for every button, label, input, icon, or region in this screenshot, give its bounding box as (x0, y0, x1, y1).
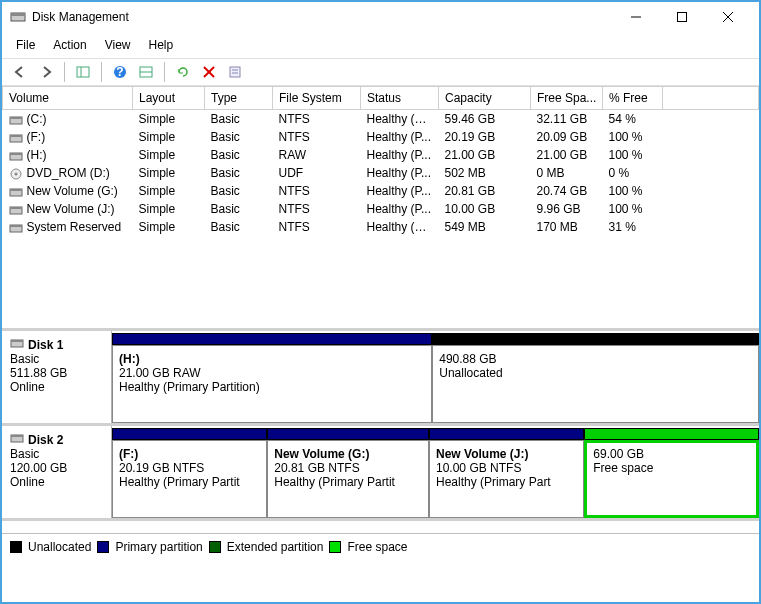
partition-size: 20.19 GB NTFS (119, 461, 260, 475)
menu-view[interactable]: View (97, 34, 139, 56)
vol-fs: NTFS (273, 128, 361, 146)
forward-button[interactable] (34, 61, 58, 83)
disk-state: Online (10, 380, 103, 394)
partition-status: Healthy (Primary Partition) (119, 380, 425, 394)
menu-help[interactable]: Help (141, 34, 182, 56)
disk-management-window: Disk Management File Action View Help ? … (0, 0, 761, 604)
maximize-button[interactable] (659, 3, 705, 31)
legend-free: Free space (347, 540, 407, 554)
svg-rect-32 (11, 340, 23, 342)
disk-partitions: (H:)21.00 GB RAWHealthy (Primary Partiti… (112, 331, 759, 423)
show-hide-console-tree-icon[interactable] (71, 61, 95, 83)
partition-box[interactable]: 69.00 GBFree space (584, 440, 759, 518)
help-icon[interactable]: ? (108, 61, 132, 83)
partition-box[interactable]: (H:)21.00 GB RAWHealthy (Primary Partiti… (112, 345, 432, 423)
vol-capacity: 20.19 GB (439, 128, 531, 146)
vol-fs: RAW (273, 146, 361, 164)
partition-box[interactable]: (F:)20.19 GB NTFSHealthy (Primary Partit (112, 440, 267, 518)
table-row[interactable]: (F:)SimpleBasicNTFSHealthy (P...20.19 GB… (3, 128, 759, 146)
partition-size: 490.88 GB (439, 352, 752, 366)
vol-status: Healthy (B... (361, 110, 439, 129)
vol-name: New Volume (G:) (27, 184, 118, 198)
svg-rect-1 (11, 13, 25, 16)
vol-fs: NTFS (273, 110, 361, 129)
svg-rect-30 (10, 225, 22, 227)
table-row[interactable]: (C:)SimpleBasicNTFSHealthy (B...59.46 GB… (3, 110, 759, 129)
strip-segment (112, 333, 432, 345)
svg-rect-3 (678, 13, 687, 22)
drive-icon (9, 168, 23, 180)
svg-rect-14 (230, 67, 240, 77)
disk-info[interactable]: Disk 1Basic511.88 GBOnline (2, 331, 112, 423)
vol-name: System Reserved (27, 220, 122, 234)
strip-segment (584, 428, 759, 440)
column-header-row[interactable]: Volume Layout Type File System Status Ca… (3, 87, 759, 110)
vol-layout: Simple (133, 182, 205, 200)
partition-box[interactable]: New Volume (G:)20.81 GB NTFSHealthy (Pri… (267, 440, 429, 518)
refresh-icon[interactable] (171, 61, 195, 83)
table-row[interactable]: New Volume (G:)SimpleBasicNTFSHealthy (P… (3, 182, 759, 200)
vol-fs: NTFS (273, 218, 361, 236)
vol-status: Healthy (P... (361, 164, 439, 182)
table-row[interactable]: DVD_ROM (D:)SimpleBasicUDFHealthy (P...5… (3, 164, 759, 182)
menu-action[interactable]: Action (45, 34, 94, 56)
vol-fs: NTFS (273, 200, 361, 218)
disk-info[interactable]: Disk 2Basic120.00 GBOnline (2, 426, 112, 518)
svg-rect-20 (10, 135, 22, 137)
vol-layout: Simple (133, 218, 205, 236)
legend-extended: Extended partition (227, 540, 324, 554)
col-layout[interactable]: Layout (133, 87, 205, 110)
vol-type: Basic (205, 164, 273, 182)
table-row[interactable]: New Volume (J:)SimpleBasicNTFSHealthy (P… (3, 200, 759, 218)
partition-title: (H:) (119, 352, 425, 366)
vol-free: 21.00 GB (531, 146, 603, 164)
strip-segment (267, 428, 429, 440)
toolbar: ? (2, 58, 759, 86)
table-row[interactable]: System ReservedSimpleBasicNTFSHealthy (S… (3, 218, 759, 236)
col-status[interactable]: Status (361, 87, 439, 110)
col-volume[interactable]: Volume (3, 87, 133, 110)
delete-icon[interactable] (197, 61, 221, 83)
col-capacity[interactable]: Capacity (439, 87, 531, 110)
vol-name: (F:) (27, 130, 46, 144)
partition-title: New Volume (J:) (436, 447, 577, 461)
titlebar[interactable]: Disk Management (2, 2, 759, 32)
layout-icon[interactable] (134, 61, 158, 83)
col-pct[interactable]: % Free (603, 87, 663, 110)
table-row[interactable]: (H:)SimpleBasicRAWHealthy (P...21.00 GB2… (3, 146, 759, 164)
partition-size: 10.00 GB NTFS (436, 461, 577, 475)
vol-free: 170 MB (531, 218, 603, 236)
vol-pct: 100 % (603, 146, 663, 164)
vol-layout: Simple (133, 146, 205, 164)
drive-icon (9, 114, 23, 126)
drive-icon (9, 222, 23, 234)
partition-box[interactable]: 490.88 GBUnallocated (432, 345, 759, 423)
disk-size: 120.00 GB (10, 461, 103, 475)
disk-graphical-pane[interactable]: Disk 1Basic511.88 GBOnline(H:)21.00 GB R… (2, 331, 759, 533)
vol-type: Basic (205, 146, 273, 164)
minimize-button[interactable] (613, 3, 659, 31)
col-free[interactable]: Free Spa... (531, 87, 603, 110)
vol-layout: Simple (133, 128, 205, 146)
vol-layout: Simple (133, 200, 205, 218)
col-type[interactable]: Type (205, 87, 273, 110)
close-button[interactable] (705, 3, 751, 31)
svg-rect-28 (10, 207, 22, 209)
partition-status: Healthy (Primary Partit (119, 475, 260, 489)
properties-icon[interactable] (223, 61, 247, 83)
volume-list-pane[interactable]: Volume Layout Type File System Status Ca… (2, 86, 759, 331)
vol-name: (H:) (27, 148, 47, 162)
menu-file[interactable]: File (8, 34, 43, 56)
volume-table[interactable]: Volume Layout Type File System Status Ca… (2, 86, 759, 236)
disk-row[interactable]: Disk 2Basic120.00 GBOnline(F:)20.19 GB N… (2, 426, 759, 521)
disk-state: Online (10, 475, 103, 489)
back-button[interactable] (8, 61, 32, 83)
partition-title: (F:) (119, 447, 260, 461)
disk-row[interactable]: Disk 1Basic511.88 GBOnline(H:)21.00 GB R… (2, 331, 759, 426)
partition-box[interactable]: New Volume (J:)10.00 GB NTFSHealthy (Pri… (429, 440, 584, 518)
col-fs[interactable]: File System (273, 87, 361, 110)
vol-type: Basic (205, 182, 273, 200)
strip-segment (112, 428, 267, 440)
vol-layout: Simple (133, 164, 205, 182)
vol-pct: 0 % (603, 164, 663, 182)
